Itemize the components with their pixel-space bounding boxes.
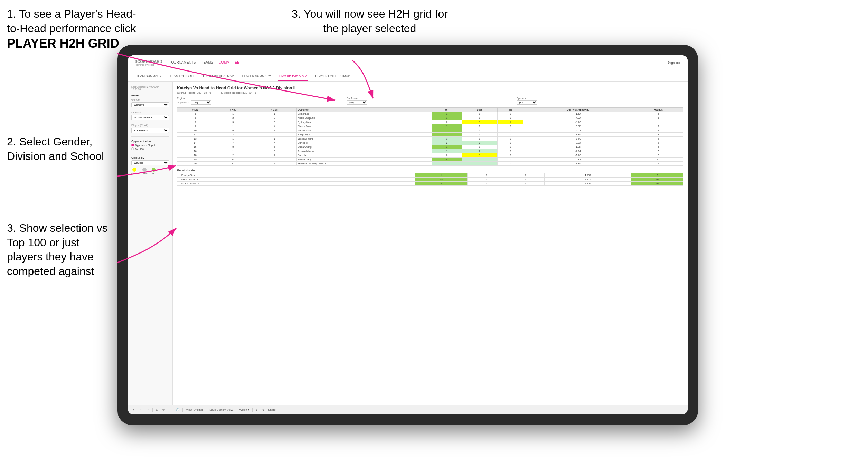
sub-nav-team-h2h-grid[interactable]: TEAM H2H GRID <box>168 70 196 81</box>
main-content: Last Updated: 27/03/2024 16:55:38 Player… <box>128 82 688 405</box>
col-diff: Diff Av Strokes/Rnd <box>523 108 633 112</box>
division-record: Division Record: 331 - 34 - 6 <box>221 91 256 94</box>
dashboard-subtitle: Overall Record: 353 - 34 - 6 Division Re… <box>177 91 683 94</box>
table-row: 1311Jessica Huang100-3.002 <box>177 137 683 141</box>
colour-dot-down <box>132 168 136 172</box>
h2h-table: # Div # Reg # Conf Opponent Win Loss Tie… <box>177 107 683 166</box>
colour-up: Up <box>152 168 156 175</box>
nav-tournaments[interactable]: TOURNAMENTS <box>169 59 196 66</box>
toolbar-share[interactable]: Share <box>267 408 276 412</box>
instruction-text-mid: 2. Select Gender, Division and School <box>7 135 104 162</box>
colour-dot-up <box>152 168 156 172</box>
toolbar-divider-3 <box>206 408 206 412</box>
table-row: 1063Andrea York2004.004 <box>177 128 683 133</box>
sub-nav-player-h2h-grid[interactable]: PLAYER H2H GRID <box>278 70 308 81</box>
table-row: 633Sydney Kuo011-1.00 <box>177 120 683 124</box>
radio-top100[interactable]: Top 100 <box>131 147 169 150</box>
radio-group: Opponents Played Top 100 <box>131 144 169 150</box>
table-row: 1822Euna Lee010-5.002 <box>177 153 683 158</box>
table-row: 1125Heejo Hyun1003.333 <box>177 133 683 137</box>
toolbar-divider-4 <box>236 408 236 412</box>
sub-nav-team-h2h-heatmap[interactable]: TEAM H2H HEATMAP <box>201 70 235 81</box>
filter-region: Region Opponents: (All) <box>177 97 344 105</box>
toolbar-divider-5 <box>252 408 253 412</box>
toolbar-fit[interactable]: ↔ <box>168 408 173 412</box>
gender-select[interactable]: Women's <box>131 102 169 107</box>
nav-items: TOURNAMENTS TEAMS COMMITTEE <box>169 59 239 66</box>
filters-row: Region Opponents: (All) Conference ( <box>177 97 683 105</box>
col-div: # Div <box>177 108 213 112</box>
nav-bar: SCOREBOARD Powered by clippd TOURNAMENTS… <box>128 55 688 70</box>
toolbar-back[interactable]: ← <box>139 408 143 412</box>
dashboard-title: Katelyn Vo Head-to-Head Grid for Women's… <box>177 86 683 90</box>
region-filter-select[interactable]: (All) <box>191 100 211 105</box>
nav-committee[interactable]: COMMITTEE <box>219 59 239 66</box>
toolbar-forward[interactable]: → <box>145 408 150 412</box>
opponent-filter-select[interactable]: (All) <box>517 100 537 105</box>
instruction-text-bold: PLAYER H2H GRID <box>7 36 119 50</box>
colour-down: Down <box>131 168 138 175</box>
toolbar-sort[interactable]: ↑↓ <box>260 408 265 412</box>
colour-section: Colour by Win/loss Down Level <box>131 156 169 175</box>
colour-dot-level <box>142 168 147 172</box>
instruction-mid-left: 2. Select Gender, Division and School <box>7 135 114 163</box>
table-row: 1474Eunice Yi2200.389 <box>177 141 683 145</box>
radio-dot-2 <box>131 147 134 150</box>
out-of-division-header: Out of division <box>177 169 683 172</box>
overall-record: Overall Record: 353 - 34 - 6 <box>177 91 211 94</box>
sub-nav-player-h2h-heatmap[interactable]: PLAYER H2H HEATMAP <box>314 70 351 81</box>
instruction-text-right: 3. You will now see H2H grid for the pla… <box>292 8 448 35</box>
sidebar-division-section: Division NCAA Division III <box>131 111 169 120</box>
tablet-screen: SCOREBOARD Powered by clippd TOURNAMENTS… <box>128 55 688 414</box>
toolbar-refresh[interactable]: ⟲ <box>161 408 166 412</box>
toolbar-view-original[interactable]: View: Original <box>185 408 204 412</box>
col-opponent: Opponent <box>296 108 432 112</box>
toolbar: ↩ ← → ⊞ ⟲ ↔ 🕐 View: Original Save Custom… <box>128 405 688 414</box>
radio-opponents-played[interactable]: Opponents Played <box>131 144 169 146</box>
opponent-view-section: Opponent view Opponents Played Top 100 <box>131 140 169 150</box>
table-row: 19106Emily Chang4100.3011 <box>177 158 683 162</box>
table-row: 311Esther Lee1001.504 <box>177 112 683 116</box>
table-row: 1613Jessica Mason120-0.947 <box>177 149 683 153</box>
nav-teams[interactable]: TEAMS <box>201 59 213 66</box>
instruction-top-left: 1. To see a Player's Head-to-Head perfor… <box>7 7 138 52</box>
nav-sign-out[interactable]: Sign out <box>668 61 681 65</box>
col-conf: # Conf <box>253 108 297 112</box>
toolbar-watch[interactable]: Watch ▾ <box>238 408 251 412</box>
sidebar: Last Updated: 27/03/2024 16:55:38 Player… <box>128 82 173 405</box>
player-rank-select[interactable]: 8. Katelyn Vo <box>131 128 169 133</box>
sidebar-player-section: Player Gender Women's <box>131 94 169 107</box>
sub-nav: TEAM SUMMARY TEAM H2H GRID TEAM H2H HEAT… <box>128 70 688 82</box>
toolbar-divider-2 <box>182 408 183 412</box>
col-reg: # Reg <box>213 108 253 112</box>
toolbar-clock[interactable]: 🕐 <box>175 408 180 412</box>
table-row: 522Alexis Sudjianto1004.003 <box>177 116 683 120</box>
filter-opponent: Opponent (All) <box>517 97 683 105</box>
table-row: NCAA Division 25007.40010 <box>177 182 683 186</box>
col-loss: Loss <box>462 108 498 112</box>
toolbar-grid[interactable]: ⊞ <box>155 408 159 412</box>
filter-conference: Conference (All) <box>347 97 513 105</box>
instruction-top-right: 3. You will now see H2H grid for the pla… <box>283 7 456 36</box>
toolbar-save-custom-view[interactable]: Save Custom View <box>208 408 234 412</box>
division-select[interactable]: NCAA Division III <box>131 115 169 120</box>
instruction-bot-left: 3. Show selection vs Top 100 or just pla… <box>7 221 117 278</box>
table-row: 914Sharon Mun1003.673 <box>177 124 683 128</box>
instruction-text-bot: 3. Show selection vs Top 100 or just pla… <box>7 222 108 277</box>
table-row: 1585Stella Cheng1001.254 <box>177 145 683 149</box>
toolbar-download[interactable]: ↓ <box>255 408 258 412</box>
out-of-division-table: Foreign Team1004.5002NAIA Division 11500… <box>177 173 683 186</box>
colour-level: Level <box>142 168 148 175</box>
sub-nav-team-summary[interactable]: TEAM SUMMARY <box>135 70 163 81</box>
sub-nav-player-summary[interactable]: PLAYER SUMMARY <box>241 70 272 81</box>
table-row: NAIA Division 115009.26730 <box>177 178 683 182</box>
col-tie: Tie <box>498 108 523 112</box>
col-win: Win <box>432 108 462 112</box>
colour-by-select[interactable]: Win/loss <box>131 160 169 165</box>
sidebar-timestamp: Last Updated: 27/03/2024 16:55:38 <box>131 86 169 90</box>
radio-dot-1 <box>131 144 134 146</box>
conference-filter-select[interactable]: (All) <box>347 100 367 105</box>
toolbar-undo[interactable]: ↩ <box>132 408 136 412</box>
col-rounds: Rounds <box>633 108 683 112</box>
sidebar-player-rank-section: Player (Rank) 8. Katelyn Vo <box>131 124 169 133</box>
